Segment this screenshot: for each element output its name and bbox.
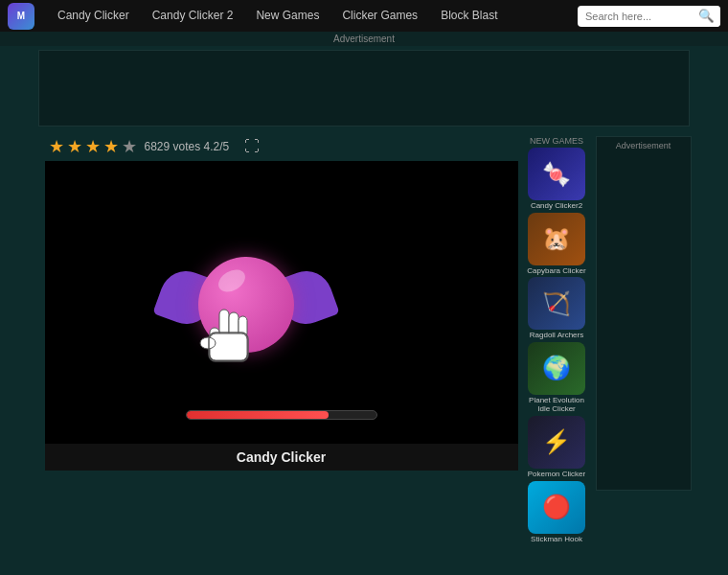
- ratings-bar: ★ ★ ★ ★ ★ 6829 votes 4.2/5 ⛶: [45, 136, 518, 157]
- sidebar-label-planet: Planet Evolution Idle Clicker: [527, 396, 586, 414]
- sidebar-label-capybara: Capybara Clicker: [527, 266, 585, 276]
- progress-fill: [187, 411, 330, 419]
- capybara-icon: 🐹: [542, 225, 571, 252]
- site-logo: M: [8, 3, 34, 30]
- star-1: ★: [49, 136, 64, 157]
- ad-side-label: Advertisement: [616, 141, 671, 150]
- sidebar-item-candy-clicker2[interactable]: 🍬 Candy Clicker2: [526, 148, 588, 211]
- progress-bar: [186, 410, 377, 420]
- sidebar-item-stickman[interactable]: 🔴 Stickman Hook: [526, 481, 588, 544]
- sidebar-item-pokemon[interactable]: ⚡ Pokemon Clicker: [526, 416, 588, 479]
- ad-side-right: Advertisement: [596, 136, 692, 491]
- nav-link-block-blast[interactable]: Block Blast: [429, 0, 509, 32]
- sidebar-label-stickman: Stickman Hook: [531, 535, 582, 544]
- game-area-left: ★ ★ ★ ★ ★ 6829 votes 4.2/5 ⛶: [45, 136, 518, 471]
- stickman-icon: 🔴: [542, 494, 571, 520]
- candy-clicker2-icon: 🍬: [542, 161, 571, 188]
- pokemon-icon: ⚡: [542, 428, 571, 455]
- svg-rect-4: [210, 334, 247, 360]
- ad-top-banner: [38, 50, 690, 126]
- star-5: ★: [122, 136, 137, 157]
- search-input[interactable]: [578, 11, 693, 22]
- sidebar-item-ragdoll[interactable]: 🏹 Ragdoll Archers: [526, 277, 588, 340]
- sidebar-label-candy-clicker2: Candy Clicker2: [531, 201, 582, 211]
- cursor-hand-icon: [198, 305, 256, 372]
- planet-icon: 🌍: [542, 355, 571, 381]
- sidebar-label-ragdoll: Ragdoll Archers: [530, 331, 583, 340]
- sidebar-thumb-capybara: 🐹: [528, 213, 585, 265]
- star-rating: ★ ★ ★ ★ ★: [49, 136, 137, 157]
- search-bar: 🔍: [578, 6, 720, 27]
- sidebar-item-capybara[interactable]: 🐹 Capybara Clicker: [526, 213, 588, 276]
- nav-link-candy-clicker[interactable]: Candy Clicker: [46, 0, 141, 32]
- sidebar-item-planet-evolution[interactable]: 🌍 Planet Evolution Idle Clicker: [526, 342, 588, 414]
- sidebar-label-pokemon: Pokemon Clicker: [528, 470, 585, 479]
- sidebar-right: New Games 🍬 Candy Clicker2 🐹 Capybara Cl…: [526, 136, 588, 545]
- nav-link-new-games[interactable]: New Games: [244, 0, 330, 32]
- sidebar-thumb-candy-clicker2: 🍬: [528, 148, 585, 200]
- game-canvas[interactable]: [45, 161, 518, 444]
- navbar: M Candy Clicker Candy Clicker 2 New Game…: [0, 0, 728, 32]
- ragdoll-icon: 🏹: [542, 290, 571, 317]
- nav-link-clicker-games[interactable]: Clicker Games: [330, 0, 429, 32]
- new-games-label: New Games: [526, 136, 588, 146]
- nav-links: Candy Clicker Candy Clicker 2 New Games …: [46, 0, 574, 32]
- sidebar-thumb-stickman: 🔴: [528, 481, 585, 534]
- sidebar-thumb-planet: 🌍: [528, 342, 585, 395]
- fullscreen-button[interactable]: ⛶: [244, 138, 260, 155]
- logo-text: M: [17, 11, 25, 21]
- game-title-below: Candy Clicker: [45, 444, 518, 471]
- ad-bar: Advertisement: [0, 32, 728, 46]
- star-2: ★: [67, 136, 82, 157]
- votes-text: 6829 votes 4.2/5: [145, 140, 230, 153]
- star-3: ★: [85, 136, 101, 157]
- sidebar-thumb-ragdoll: 🏹: [528, 277, 585, 330]
- search-button[interactable]: 🔍: [693, 6, 720, 27]
- star-4: ★: [103, 136, 119, 157]
- svg-point-5: [200, 337, 216, 349]
- ad-bar-label: Advertisement: [333, 34, 395, 44]
- sidebar-thumb-pokemon: ⚡: [528, 416, 585, 469]
- nav-link-candy-clicker-2[interactable]: Candy Clicker 2: [141, 0, 245, 32]
